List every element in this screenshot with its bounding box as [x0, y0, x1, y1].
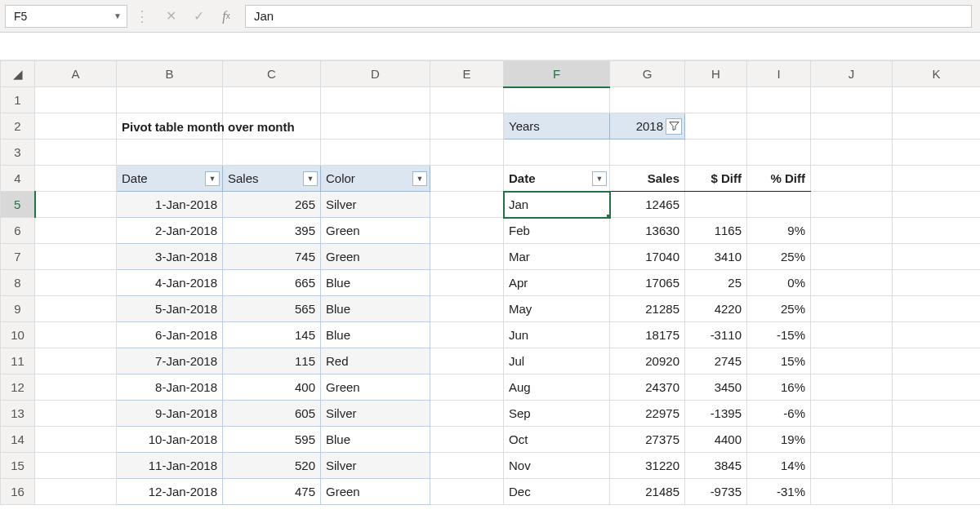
pivot-cell-diff[interactable]: 25	[685, 270, 747, 296]
pivot-cell-sales[interactable]: 21485	[610, 479, 685, 505]
pivot-cell-pct[interactable]: 16%	[747, 374, 811, 401]
row-header[interactable]: 2	[1, 113, 35, 140]
table-cell-color[interactable]: Blue	[321, 427, 430, 453]
pivot-cell-month[interactable]: Nov	[504, 453, 610, 479]
cell[interactable]	[223, 140, 321, 166]
cell[interactable]	[223, 87, 321, 113]
pivot-cell-sales[interactable]: 27375	[610, 427, 685, 453]
pivot-cell-sales[interactable]: 22975	[610, 401, 685, 427]
cell[interactable]	[321, 140, 430, 166]
row-header[interactable]: 7	[1, 244, 35, 270]
pivot-cell-pct[interactable]: 14%	[747, 453, 811, 479]
cell[interactable]	[117, 140, 223, 166]
pivot-cell-month[interactable]: Jun	[504, 322, 610, 348]
table-cell-date[interactable]: 10-Jan-2018	[117, 427, 223, 453]
col-header[interactable]: I	[747, 61, 811, 87]
cell[interactable]	[811, 244, 893, 270]
cell[interactable]	[893, 401, 981, 427]
table-cell-date[interactable]: 11-Jan-2018	[117, 453, 223, 479]
cell[interactable]	[893, 479, 981, 505]
table-cell-date[interactable]: 6-Jan-2018	[117, 322, 223, 348]
row-header[interactable]: 16	[1, 479, 35, 505]
select-all-corner[interactable]: ◢	[1, 61, 35, 87]
pivot-cell-month[interactable]: Jan	[504, 192, 610, 218]
cell[interactable]	[893, 192, 981, 218]
filter-icon[interactable]	[666, 118, 682, 135]
pivot-cell-month[interactable]: Dec	[504, 479, 610, 505]
cell[interactable]	[893, 348, 981, 374]
row-header[interactable]: 5	[1, 192, 35, 218]
pivot-cell-pct[interactable]: 25%	[747, 296, 811, 322]
cell[interactable]	[811, 427, 893, 453]
pivot-cell-pct[interactable]: 25%	[747, 244, 811, 270]
cell[interactable]	[747, 87, 811, 113]
cell[interactable]	[685, 113, 747, 140]
col-header[interactable]: G	[610, 61, 685, 87]
cell[interactable]	[35, 322, 117, 348]
row-header[interactable]: 12	[1, 374, 35, 401]
pivot-header-pct[interactable]: % Diff	[747, 166, 811, 192]
cell[interactable]	[35, 113, 117, 140]
cell[interactable]	[893, 296, 981, 322]
formula-input[interactable]: Jan	[245, 5, 972, 28]
cell[interactable]	[811, 479, 893, 505]
cell[interactable]	[430, 296, 504, 322]
table-cell-color[interactable]: Blue	[321, 270, 430, 296]
table-cell-sales[interactable]: 745	[223, 244, 321, 270]
cell[interactable]	[504, 87, 610, 113]
table-cell-color[interactable]: Red	[321, 348, 430, 374]
cell[interactable]	[893, 244, 981, 270]
row-header[interactable]: 3	[1, 140, 35, 166]
table-cell-date[interactable]: 7-Jan-2018	[117, 348, 223, 374]
row-header[interactable]: 11	[1, 348, 35, 374]
dropdown-icon[interactable]: ▼	[303, 171, 318, 186]
row-header[interactable]: 15	[1, 453, 35, 479]
pivot-cell-pct[interactable]	[747, 192, 811, 218]
table-cell-sales[interactable]: 265	[223, 192, 321, 218]
pivot-cell-sales[interactable]: 17040	[610, 244, 685, 270]
row-header[interactable]: 13	[1, 401, 35, 427]
pivot-cell-diff[interactable]: 3410	[685, 244, 747, 270]
pivot-cell-sales[interactable]: 24370	[610, 374, 685, 401]
cell[interactable]	[35, 270, 117, 296]
table-cell-date[interactable]: 5-Jan-2018	[117, 296, 223, 322]
cell[interactable]	[117, 87, 223, 113]
cell[interactable]	[430, 270, 504, 296]
table-cell-sales[interactable]: 665	[223, 270, 321, 296]
enter-icon[interactable]: ✓	[185, 5, 212, 28]
col-header[interactable]: E	[430, 61, 504, 87]
col-header[interactable]: A	[35, 61, 117, 87]
row-header[interactable]: 14	[1, 427, 35, 453]
table-cell-date[interactable]: 12-Jan-2018	[117, 479, 223, 505]
pivot-cell-diff[interactable]: 3845	[685, 453, 747, 479]
cell[interactable]	[811, 87, 893, 113]
table-cell-color[interactable]: Green	[321, 479, 430, 505]
pivot-cell-month[interactable]: Aug	[504, 374, 610, 401]
table-cell-sales[interactable]: 565	[223, 296, 321, 322]
pivot-cell-month[interactable]: Apr	[504, 270, 610, 296]
table-cell-color[interactable]: Green	[321, 218, 430, 244]
cell[interactable]	[811, 453, 893, 479]
cell[interactable]	[811, 322, 893, 348]
cell[interactable]	[430, 453, 504, 479]
pivot-cell-month[interactable]: Sep	[504, 401, 610, 427]
row-header[interactable]: 9	[1, 296, 35, 322]
cell[interactable]	[811, 270, 893, 296]
cell[interactable]	[430, 348, 504, 374]
cell[interactable]	[430, 166, 504, 192]
cell[interactable]	[35, 348, 117, 374]
name-box[interactable]: F5 ▼	[5, 5, 127, 28]
row-header[interactable]: 6	[1, 218, 35, 244]
table-cell-color[interactable]: Blue	[321, 322, 430, 348]
cell[interactable]	[430, 401, 504, 427]
cell[interactable]	[893, 166, 981, 192]
cell[interactable]	[893, 140, 981, 166]
pivot-cell-diff[interactable]: 4220	[685, 296, 747, 322]
cell[interactable]	[321, 113, 430, 140]
table-cell-color[interactable]: Green	[321, 374, 430, 401]
pivot-header-sales[interactable]: Sales	[610, 166, 685, 192]
pivot-header-diff[interactable]: $ Diff	[685, 166, 747, 192]
pivot-cell-diff[interactable]: -1395	[685, 401, 747, 427]
dropdown-icon[interactable]: ▼	[205, 171, 220, 186]
row-header[interactable]: 8	[1, 270, 35, 296]
